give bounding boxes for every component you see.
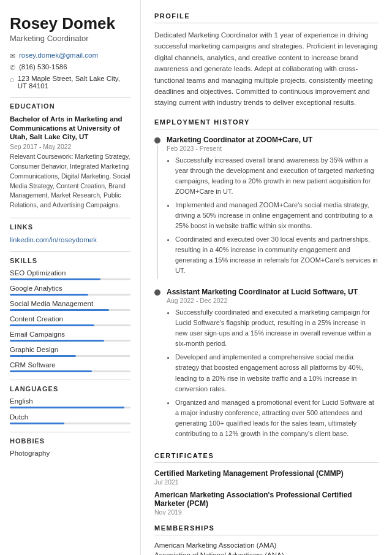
job-content: Assistant Marketing Coordinator at Lucid… <box>167 288 379 442</box>
cert-entry: Certified Marketing Management Professio… <box>154 469 379 486</box>
languages-section-title: Languages <box>10 385 130 392</box>
phone-icon: ✆ <box>10 64 15 72</box>
skill-bar-bg <box>10 278 130 280</box>
education-degree: Bachelor of Arts in Marketing and Commun… <box>10 115 130 142</box>
skills-list: SEO Optimization Google Analytics Social… <box>10 269 130 372</box>
job-dates: Aug 2022 - Dec 2022 <box>167 297 379 304</box>
education-divider <box>10 97 130 98</box>
address-contact: ⌂ 123 Maple Street, Salt Lake City, UT 8… <box>10 75 130 90</box>
skills-section-title: Skills <box>10 257 130 264</box>
membership-item: American Marketing Association (AMA) <box>154 542 379 549</box>
language-item: English <box>10 397 130 408</box>
profile-section-title: Profile <box>154 12 379 20</box>
links-list: linkedin.com/in/roseydomek <box>10 235 130 244</box>
skill-bar-bg <box>10 309 130 311</box>
skill-bar-fill <box>10 340 104 342</box>
skill-item: Email Campaigns <box>10 331 130 342</box>
profile-text: Dedicated Marketing Coordinator with 1 y… <box>154 29 379 109</box>
language-bar-bg <box>10 423 130 424</box>
skills-divider <box>10 251 130 252</box>
employment-divider <box>154 129 379 129</box>
employment-section: Employment History Marketing Coordinator… <box>154 118 379 442</box>
candidate-name: Rosey Domek <box>10 15 130 33</box>
linkedin-link[interactable]: linkedin.com/in/roseydomek <box>10 236 97 243</box>
education-coursework: Relevant Coursework: Marketing Strategy,… <box>10 152 130 210</box>
skill-item: Social Media Management <box>10 300 130 311</box>
language-item: Dutch <box>10 413 130 424</box>
education-dates: Sep 2017 - May 2022 <box>10 143 130 150</box>
language-label: Dutch <box>10 413 130 421</box>
job-dot <box>154 289 160 296</box>
skill-bar-fill <box>10 370 92 372</box>
job-dot-col <box>154 288 160 442</box>
links-section-title: Links <box>10 223 130 231</box>
skill-label: CRM Software <box>10 361 130 369</box>
skill-item: SEO Optimization <box>10 269 130 280</box>
languages-list: English Dutch <box>10 397 130 424</box>
skill-bar-bg <box>10 370 130 372</box>
job-entry: Assistant Marketing Coordinator at Lucid… <box>154 288 379 442</box>
skill-label: Content Creation <box>10 315 130 323</box>
job-bullet: Coordinated and executed over 30 local e… <box>175 234 379 276</box>
skill-label: Graphic Design <box>10 346 130 353</box>
skill-bar-fill <box>10 355 76 357</box>
skill-bar-bg <box>10 324 130 326</box>
cert-date: Jul 2021 <box>154 478 379 486</box>
job-bullet: Developed and implemented a comprehensiv… <box>175 352 379 394</box>
job-dates: Feb 2023 - Present <box>167 145 379 152</box>
language-bar-fill <box>10 423 64 424</box>
address-text: 123 Maple Street, Salt Lake City, UT 841… <box>18 75 130 90</box>
job-dot-col <box>154 136 160 280</box>
profile-divider <box>154 23 379 23</box>
phone-number: (816) 530-1586 <box>19 63 67 71</box>
memberships-list: American Marketing Association (AMA)Asso… <box>154 542 379 555</box>
skill-bar-fill <box>10 309 109 311</box>
skill-bar-bg <box>10 340 130 342</box>
job-bullet: Implemented and managed ZOOM+Care's soci… <box>175 200 379 231</box>
email-link[interactable]: rosey.domek@gmail.com <box>19 52 98 59</box>
skill-item: CRM Software <box>10 361 130 372</box>
job-bullet: Successfully coordinated and executed a … <box>175 307 379 349</box>
resume-container: Rosey Domek Marketing Coordinator ✉ rose… <box>0 0 392 555</box>
skill-item: Google Analytics <box>10 285 130 296</box>
job-bullets: Successfully increased overall brand awa… <box>167 155 379 277</box>
education-section-title: Education <box>10 102 130 110</box>
memberships-divider <box>154 535 379 535</box>
job-dot <box>154 137 160 144</box>
email-icon: ✉ <box>10 52 15 60</box>
hobbies-section-title: Hobbies <box>10 437 130 445</box>
skill-bar-bg <box>10 355 130 357</box>
job-title: Marketing Coordinator at ZOOM+Care, UT <box>167 136 379 144</box>
jobs-list: Marketing Coordinator at ZOOM+Care, UT F… <box>154 136 379 442</box>
certificates-divider <box>154 462 379 463</box>
cert-entry: American Marketing Association's Profess… <box>154 491 379 516</box>
candidate-title: Marketing Coordinator <box>10 34 130 43</box>
languages-divider <box>10 380 130 380</box>
language-bar-bg <box>10 407 130 408</box>
phone-contact: ✆ (816) 530-1586 <box>10 63 130 72</box>
job-title: Assistant Marketing Coordinator at Lucid… <box>167 288 379 296</box>
main-content: Profile Dedicated Marketing Coordinator … <box>141 0 392 555</box>
job-line <box>157 145 158 280</box>
certs-list: Certified Marketing Management Professio… <box>154 469 379 516</box>
language-label: English <box>10 397 130 405</box>
skill-bar-fill <box>10 294 88 296</box>
memberships-section-title: Memberships <box>154 524 379 532</box>
cert-name: American Marketing Association's Profess… <box>154 491 379 508</box>
skill-bar-fill <box>10 278 100 280</box>
skill-label: Email Campaigns <box>10 331 130 338</box>
certificates-section: Certificates Certified Marketing Managem… <box>154 452 379 516</box>
sidebar: Rosey Domek Marketing Coordinator ✉ rose… <box>0 0 141 555</box>
certificates-section-title: Certificates <box>154 452 379 459</box>
hobbies-divider <box>10 432 130 432</box>
membership-item: Association of National Advertisers (ANA… <box>154 551 379 555</box>
skill-bar-fill <box>10 324 94 326</box>
job-entry: Marketing Coordinator at ZOOM+Care, UT F… <box>154 136 379 280</box>
cert-date: Nov 2019 <box>154 508 379 516</box>
skill-bar-bg <box>10 294 130 296</box>
hobby-item: Photography <box>10 450 130 457</box>
job-bullet: Organized and managed a promotional even… <box>175 397 379 439</box>
email-contact: ✉ rosey.domek@gmail.com <box>10 52 130 60</box>
job-content: Marketing Coordinator at ZOOM+Care, UT F… <box>167 136 379 280</box>
skill-label: Google Analytics <box>10 285 130 292</box>
